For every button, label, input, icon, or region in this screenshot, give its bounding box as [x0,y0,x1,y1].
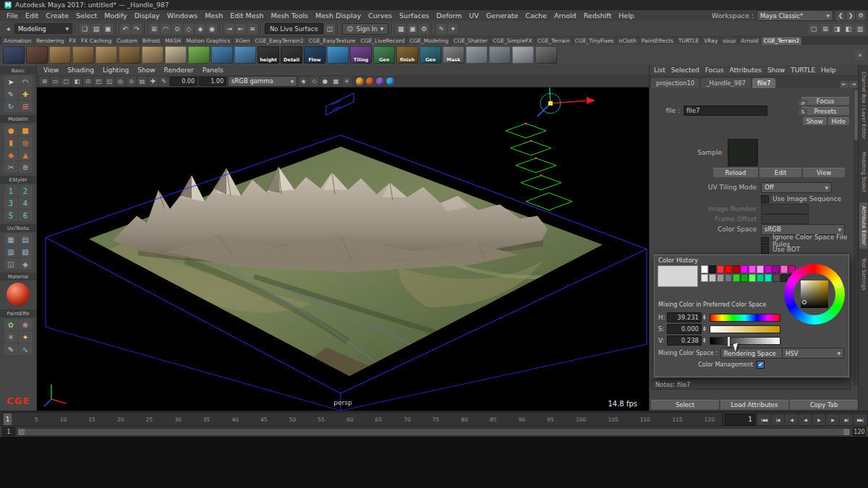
shelf-geo-tool-1[interactable]: Geo [373,46,395,64]
saturation-spinner[interactable]: ▲▼ [703,326,708,332]
tab-forward-icon[interactable]: ⇥ [849,81,858,88]
menu-item[interactable]: Edit [22,12,42,20]
use-all-lights-icon[interactable]: ✳ [342,77,352,86]
multicut-icon[interactable]: ✂ [4,161,18,173]
load-attributes-button[interactable]: Load Attributes [720,400,788,410]
history-color-swatch[interactable] [717,274,724,282]
range-start-field[interactable]: 1 [2,427,15,436]
time-slider-track[interactable]: 1 15101520253035404550556065707580859095… [1,412,723,427]
shelf-globe-tool[interactable] [327,46,349,64]
shelf-terrain-thumb-1[interactable] [49,46,71,64]
paint-select-tool-icon[interactable]: ✎ [4,88,18,100]
menu-item[interactable]: Edit Mesh [226,12,267,20]
shelf-tab[interactable]: CGE_Shatter [451,37,490,45]
uv-editor-icon[interactable]: ◈ [19,258,33,270]
shelf-tab[interactable]: Motion Graphics [184,37,232,45]
uv-sew-icon[interactable]: ◫ [4,258,18,270]
wireframe-mode-icon[interactable]: ◇ [310,77,319,86]
menu-item[interactable]: Mesh [201,12,226,20]
value-slider[interactable] [710,337,780,345]
menu-item[interactable]: Windows [163,12,201,20]
separator[interactable] [145,24,146,34]
paint-sparkle-icon[interactable]: ✦ [19,331,33,343]
output-connections-icon[interactable]: ⇤ [236,24,246,34]
workspace-gear-icon[interactable]: ⚙ [856,12,865,20]
hue-field[interactable]: 39.231 [667,312,702,322]
current-time-field[interactable]: 1 [725,414,755,426]
menu-item[interactable]: Surfaces [396,12,433,20]
hide-button[interactable]: Hide [828,117,849,126]
shelf-tab[interactable]: nCloth [616,37,638,45]
shelf-height-tool[interactable]: height [258,46,279,64]
resolution-gate-icon[interactable]: ▢ [61,77,71,86]
ipr-render-icon[interactable]: ▣ [407,24,417,34]
new-scene-icon[interactable]: ❏ [80,24,90,34]
material-ball-icon[interactable] [376,77,384,85]
paint-flower-icon[interactable]: ✿ [4,319,18,330]
shelf-detail-tool[interactable]: Detail [281,46,302,64]
smooth-shade-icon[interactable]: ● [320,77,330,86]
shelf-tab[interactable]: CGE_SimpleFX [490,37,535,45]
history-color-swatch[interactable] [733,274,740,282]
estyler-4-icon[interactable]: 4 [19,197,33,209]
shelf-tab[interactable]: Bifrost [140,37,162,45]
shelf-terrain-thumb-5[interactable] [142,46,163,64]
shelf-terrain-thumb-4[interactable] [119,46,140,64]
menu-item[interactable]: Generate [482,12,522,20]
snap-grid-icon[interactable]: ⊞ [149,24,159,34]
single-pane-layout-icon[interactable]: ▢ [809,24,819,34]
color-management-checkbox[interactable]: ✔ [757,361,765,369]
sv-marker[interactable] [802,300,807,304]
history-color-swatch[interactable] [757,274,764,282]
shelf-terrain-thumb-2[interactable] [72,46,94,64]
shelf-tab[interactable]: PaintEffects [639,37,676,45]
notes-bar[interactable]: Notes: file7 [651,379,851,390]
construction-history-icon[interactable]: ≡ [247,24,258,34]
grease-pencil-icon[interactable]: ✎ [159,77,169,86]
shelf-tab[interactable]: Arnold [739,37,760,45]
history-color-swatch[interactable] [733,265,740,273]
history-color-swatch[interactable] [709,265,716,273]
material-preview-sphere[interactable] [7,283,30,306]
range-slider-bar[interactable] [17,428,851,436]
save-scene-icon[interactable]: ▣ [103,24,113,34]
viewport-menu-item[interactable]: View [40,67,62,74]
menu-item[interactable]: Help [615,12,638,20]
menu-item[interactable]: Create [42,12,72,20]
snap-plane-icon[interactable]: ◇ [184,24,194,34]
paint-wave-icon[interactable]: ∿ [19,343,33,355]
sidebar-vertical-tab[interactable]: Channel Box / Layer Editor [859,68,867,142]
attribute-editor-menu-item[interactable]: List [654,67,665,74]
shelf-tab[interactable]: CGE_TinyFixes [573,37,616,45]
value-field[interactable]: 0.238 [667,335,702,346]
collapse-left-icon[interactable]: ◀ [3,24,13,34]
gamma-field[interactable]: 1.00 [199,77,226,86]
step-forward-key-button[interactable]: ▶| [840,414,853,425]
history-color-swatch[interactable] [725,274,732,282]
hypershade-icon[interactable]: ✦ [448,24,458,34]
hue-slider[interactable] [710,314,780,322]
ignore-color-space-rules-checkbox[interactable] [761,237,769,245]
toolbox-section-painteffects[interactable]: PaintEffe [0,309,36,317]
uv-tiling-mode-selector[interactable]: Off▼ [761,182,832,193]
shelf-tab[interactable]: CGE_Terrain2 [762,37,802,45]
history-color-swatch[interactable] [725,265,732,273]
menu-item[interactable]: File [3,12,22,20]
lasso-tool-icon[interactable]: ◠ [19,76,33,87]
viewport-canvas[interactable]: persp 14.8 fps [37,87,649,411]
attribute-editor-menu-item[interactable]: Help [821,67,836,74]
history-color-swatch[interactable] [701,265,708,273]
paint-brush-icon[interactable]: ✎ [4,343,18,355]
workspace-next-icon[interactable]: ❯ [846,12,855,20]
shelf-tab[interactable]: Animation [1,37,33,45]
range-end-field[interactable]: 120 [853,427,866,436]
range-end-handle[interactable] [843,429,850,435]
attribute-editor-menu-item[interactable]: Show [767,67,785,74]
shelf-flow-tool[interactable]: Flow [304,46,326,64]
shelf-mask-tool[interactable]: Mask [443,46,464,64]
menu-item[interactable]: Deform [433,12,465,20]
undo-icon[interactable]: ↶ [120,24,130,34]
toolbox-section-basic[interactable]: Basic [0,67,36,74]
history-color-swatch[interactable] [765,265,772,273]
toolbox-section-material[interactable]: Material [0,273,36,281]
